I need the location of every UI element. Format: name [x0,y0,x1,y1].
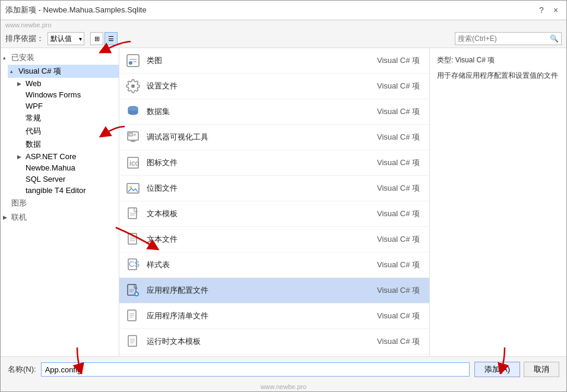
textfile-type: Visual C# 项 [371,234,425,245]
vc-expand-icon: ▴ [10,68,17,74]
item-row-textfile[interactable]: 文本文件 Visual C# 项 [119,227,429,252]
textfile-icon [124,230,142,248]
settings-name: 设置文件 [147,81,366,91]
tree-item-code[interactable]: 代码 [15,125,119,138]
title-bar: 添加新项 - Newbe.Mahua.Samples.Sqlite ? × [1,1,566,20]
wf-label: Windows Forms [26,90,81,99]
iconfile-icon: ico [124,154,142,172]
asp-expand-icon: ▶ [17,154,24,160]
online-expand-icon: ▶ [3,214,10,220]
bitmap-icon [124,179,142,197]
iconfile-name: 图标文件 [147,157,366,168]
dataset-name: 数据集 [147,106,366,117]
iconfile-type: Visual C# 项 [371,157,425,168]
leitu-icon [124,52,142,69]
installed-header[interactable]: ▴ 已安装 [1,50,119,65]
item-list: 类图 Visual C# 项 设置文件 Visual C# 项 [119,48,429,356]
tree-item-data[interactable]: 数据 [15,138,119,151]
installed-label: 已安装 [11,52,34,63]
tree-item-tangible[interactable]: tangible T4 Editor [15,185,119,196]
title-buttons: ? × [536,4,562,16]
leitu-type: Visual C# 项 [371,55,425,66]
item-row-resource[interactable]: res 资源文件 Visual C# 项 [119,355,429,356]
right-type-label: 类型: Visual C# 项 [437,55,559,65]
dataset-icon [124,103,142,121]
texttemplate-type: Visual C# 项 [371,208,425,219]
online-header[interactable]: ▶ 联机 [1,210,119,225]
tree-item-newbe[interactable]: Newbe.Mahua [15,162,119,173]
add-item-dialog: 添加新项 - Newbe.Mahua.Samples.Sqlite ? × ww… [0,0,567,392]
grid-view-button[interactable]: ⊞ [90,32,103,45]
sql-label: SQL Server [26,175,65,184]
debugtool-icon [124,128,142,146]
code-label: 代码 [26,126,41,137]
tree-item-wpf[interactable]: WPF [15,100,119,112]
runtime-template-name: 运行时文本模板 [147,336,366,347]
tree-item-windows-forms[interactable]: Windows Forms [15,89,119,100]
graphics-label: 图形 [11,198,27,208]
debugtool-type: Visual C# 项 [371,132,425,143]
debugtool-name: 调试器可视化工具 [147,132,366,143]
vc-label: Visual C# 项 [18,66,61,77]
bottom-bar: 名称(N): 添加(A) 取消 [1,356,566,382]
name-input[interactable] [41,362,470,377]
asp-label: ASP.NET Core [26,152,77,161]
manifest-type: Visual C# 项 [371,311,425,321]
tree-item-changgui[interactable]: 常规 [15,112,119,125]
view-icons: ⊞ ☰ [90,32,118,45]
settings-icon [124,77,142,95]
dataset-type: Visual C# 项 [371,106,425,117]
wpf-label: WPF [26,102,43,110]
t4-label: tangible T4 Editor [26,186,86,195]
stylesheet-icon: CSS [124,256,142,274]
item-row-bitmap[interactable]: 位图文件 Visual C# 项 [119,176,429,201]
cancel-button[interactable]: 取消 [524,362,559,377]
right-panel: 类型: Visual C# 项 用于存储应用程序配置和设置值的文件 [430,48,566,356]
left-panel: ▴ 已安装 ▴ Visual C# 项 ▶ Web [1,48,119,356]
item-row-appconfig[interactable]: 应用程序配置文件 Visual C# 项 [119,278,429,304]
tree-item-sql[interactable]: SQL Server [15,173,119,185]
sort-label: 排序依据： [5,33,44,44]
item-row-dataset[interactable]: 数据集 Visual C# 项 [119,99,429,125]
stylesheet-type: Visual C# 项 [371,260,425,270]
online-label: 联机 [11,212,27,223]
svg-point-1 [129,61,132,65]
runtime-template-icon [124,333,142,350]
search-input[interactable] [458,34,550,43]
item-row-settings[interactable]: 设置文件 Visual C# 项 [119,74,429,99]
bitmap-type: Visual C# 项 [371,183,425,194]
item-row-stylesheet[interactable]: CSS 样式表 Visual C# 项 [119,252,429,278]
svg-text:ico: ico [129,159,140,167]
item-row-texttemplate[interactable]: 文本模板 Visual C# 项 [119,201,429,227]
search-icon[interactable]: 🔍 [550,34,559,43]
web-expand-icon: ▶ [17,81,24,87]
manifest-icon [124,307,142,325]
add-button[interactable]: 添加(A) [474,362,520,377]
textfile-name: 文本文件 [147,234,366,245]
main-content: ▴ 已安装 ▴ Visual C# 项 ▶ Web [1,48,566,356]
cg-label: 常规 [26,113,41,124]
texttemplate-name: 文本模板 [147,208,366,219]
installed-expand-icon: ▴ [3,55,10,61]
item-row-iconfile[interactable]: ico 图标文件 Visual C# 项 [119,150,429,176]
close-button[interactable]: × [550,4,562,16]
list-view-button[interactable]: ☰ [104,32,118,45]
help-button[interactable]: ? [536,4,547,16]
tree-item-visual-csharp[interactable]: ▴ Visual C# 项 [8,65,119,78]
manifest-name: 应用程序清单文件 [147,311,366,321]
tree-item-web[interactable]: ▶ Web [15,78,119,89]
texttemplate-icon [124,205,142,223]
tree-item-aspnet[interactable]: ▶ ASP.NET Core [15,151,119,162]
item-row-leitu[interactable]: 类图 Visual C# 项 [119,48,429,74]
runtime-template-type: Visual C# 项 [371,336,425,347]
leitu-name: 类图 [147,55,366,66]
nb-label: Newbe.Mahua [26,163,75,172]
item-row-runtime-template[interactable]: 运行时文本模板 Visual C# 项 [119,329,429,355]
item-row-debugtool[interactable]: 调试器可视化工具 Visual C# 项 [119,125,429,150]
graphics-header[interactable]: 图形 [1,196,119,210]
search-box: 🔍 [455,32,562,45]
appconfig-icon [124,282,142,299]
item-row-manifest[interactable]: 应用程序清单文件 Visual C# 项 [119,304,429,329]
sort-select[interactable]: 默认值名称类型 [47,32,84,45]
data-label: 数据 [26,139,41,150]
